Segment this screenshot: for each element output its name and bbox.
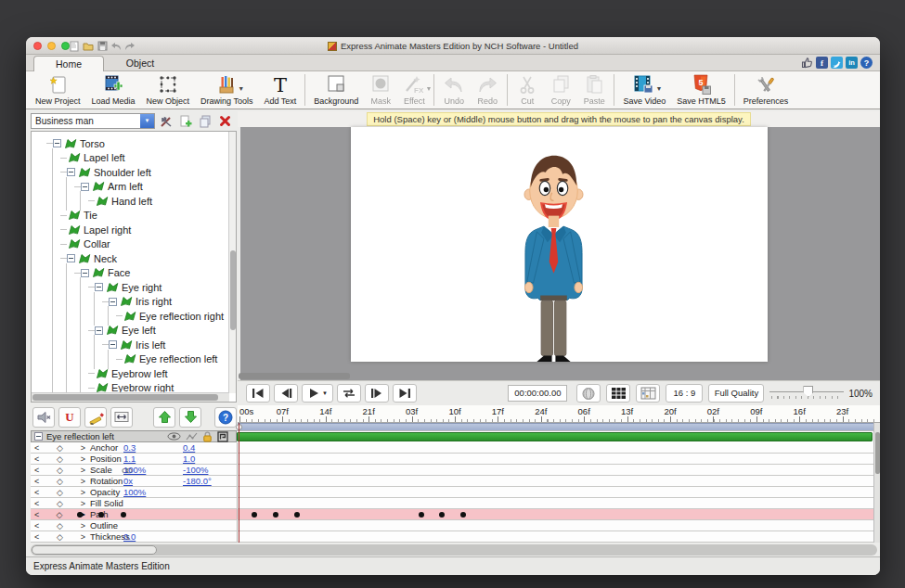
graph-icon[interactable] [186,432,198,441]
property-value-link[interactable]: 1.1 [123,454,172,464]
tree-expand-box[interactable] [53,139,61,147]
tree-item-torso[interactable]: Torso [37,136,226,150]
next-keyframe-button[interactable]: > [81,499,85,508]
keyframe-dot[interactable] [294,512,300,518]
frame-back-button[interactable] [274,384,298,403]
property-track[interactable] [237,520,880,530]
new-object-button[interactable]: New Object [141,71,196,109]
tree-item-shoulder-left[interactable]: Shoulder left [37,165,226,179]
duplicate-object-button[interactable] [197,114,213,129]
tree-expand-box[interactable] [109,298,117,306]
prev-keyframe-button[interactable]: < [34,477,39,486]
help-button[interactable]: ? [214,407,237,428]
tree-item-lapel-right[interactable]: Lapel right [37,223,226,236]
load-media-button[interactable]: Load Media [86,71,141,109]
tree-expand-box[interactable] [81,269,89,277]
tree-expand-box[interactable] [95,283,103,291]
tree-item-collar[interactable]: Collar [37,237,226,251]
tree-horizontal-scroll-thumb[interactable] [32,394,218,401]
next-keyframe-button[interactable]: > [81,521,85,530]
property-value-link[interactable]: 100% [123,487,172,497]
prev-keyframe-button[interactable]: < [34,466,39,475]
collapse-layer-box[interactable] [34,432,43,441]
prev-keyframe-button[interactable]: < [34,454,39,464]
move-up-button[interactable] [153,407,175,428]
property-value-link[interactable]: 0.3 [123,442,172,453]
next-keyframe-button[interactable]: > [81,454,85,464]
add-keyframe-button[interactable]: ◇ [57,521,63,530]
keyframe-dot[interactable] [252,512,257,518]
tree-item-neck[interactable]: Neck [37,251,226,265]
chevron-down-icon[interactable]: ▼ [425,85,432,92]
layer-header[interactable]: Eye reflection left [31,430,237,442]
lock-icon[interactable] [202,431,213,442]
go-to-end-button[interactable] [393,384,417,403]
prev-keyframe-button[interactable]: < [34,443,39,453]
business-man-character[interactable] [505,147,602,366]
add-keyframe-button[interactable]: ◇ [57,532,63,542]
property-value-link[interactable]: 100% [123,465,172,475]
next-keyframe-button[interactable]: > [81,532,85,542]
chevron-down-icon[interactable]: ▼ [322,390,328,396]
tree-item-lapel-left[interactable]: Lapel left [37,151,226,165]
layer-duration-bar[interactable] [237,432,873,441]
mute-button[interactable] [32,407,55,428]
property-track[interactable] [237,509,880,519]
eye-icon[interactable] [167,432,181,441]
object-selector[interactable]: Business man ▼ [31,113,155,129]
loop-button[interactable] [337,384,361,403]
add-keyframe-button[interactable]: ◇ [57,443,63,453]
tree-expand-box[interactable] [67,254,75,262]
linkedin-icon[interactable]: in [846,57,858,69]
property-track[interactable] [237,498,880,508]
background-button[interactable]: Background [308,71,364,109]
prev-keyframe-button[interactable]: < [34,499,39,508]
delete-object-button[interactable] [216,114,233,129]
keyframe-dot[interactable] [98,512,104,518]
tree-item-arm-left[interactable]: Arm left [37,180,226,194]
tree-expand-box[interactable] [67,168,75,176]
property-track[interactable] [237,487,880,497]
prev-keyframe-button[interactable]: < [34,521,39,530]
prev-keyframe-button[interactable]: < [34,510,39,519]
chevron-down-icon[interactable]: ▼ [238,85,244,92]
property-track[interactable] [237,454,880,464]
play-button[interactable]: ▼ [302,384,333,403]
property-track[interactable] [237,531,880,542]
timeline-horizontal-scroll-thumb[interactable] [32,545,157,555]
timeline-horizontal-scrollbar[interactable] [31,544,877,556]
canvas-area[interactable] [238,127,880,380]
save-video-button[interactable]: ▼Save Video [617,71,671,109]
save-html5-button[interactable]: 5Save HTML5 [671,71,731,109]
property-value-link[interactable]: -100% [183,465,231,475]
tree-item-face[interactable]: Face [37,266,226,280]
timeline-vertical-scrollbar[interactable] [873,423,880,543]
tab-home[interactable]: Home [33,56,104,71]
help-icon[interactable]: ? [860,57,873,69]
timeline-ruler[interactable]: 00s07f14f21f03f10f17f24f06f13f20f02f09f1… [238,405,880,423]
keyframe-dot[interactable] [77,512,83,518]
canvas-horizontal-scroll-thumb[interactable] [239,373,350,379]
property-value-link[interactable]: -180.0° [183,476,231,486]
property-value-link[interactable]: 0.4 [183,442,231,453]
add-keyframe-button[interactable]: ◇ [57,466,63,475]
tree-expand-box[interactable] [81,183,89,191]
aspect-ratio-button[interactable]: 16 : 9 [666,384,703,403]
add-keyframe-button[interactable]: ◇ [57,454,63,464]
draw-button[interactable] [84,407,107,428]
playhead-line[interactable] [239,423,239,543]
prev-keyframe-button[interactable]: < [34,488,39,497]
tree-vertical-scroll-thumb[interactable] [230,250,236,330]
keyframe-dot[interactable] [439,512,445,518]
add-keyframe-button[interactable]: ◇ [57,499,63,508]
canvas[interactable] [351,127,768,362]
chevron-down-icon[interactable]: ▼ [655,85,662,92]
add-keyframe-button[interactable]: ◇ [57,510,63,519]
tree-expand-box[interactable] [95,326,103,335]
motion-blur-icon[interactable] [217,431,228,442]
add-keyframe-button[interactable]: ◇ [57,477,63,486]
object-tools-button[interactable] [158,114,175,129]
property-track[interactable] [237,476,880,486]
tree-vertical-scrollbar[interactable] [228,132,236,393]
move-down-button[interactable] [179,407,201,428]
